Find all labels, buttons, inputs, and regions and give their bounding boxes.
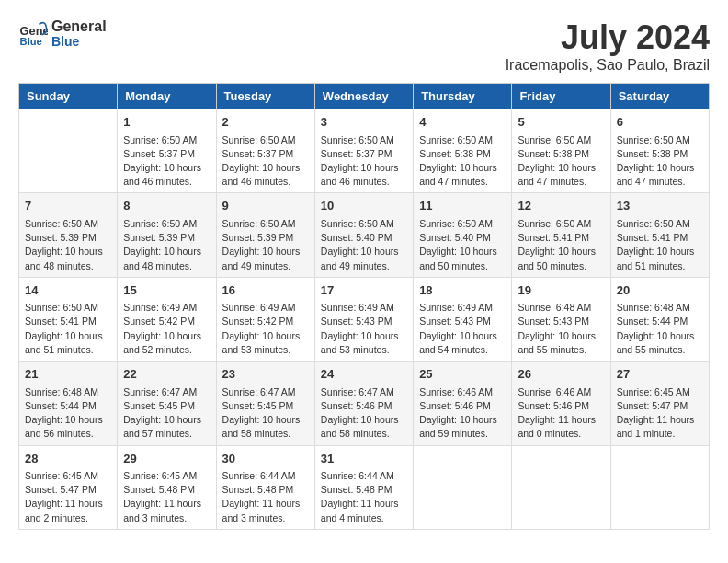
calendar-cell: 16Sunrise: 6:49 AM Sunset: 5:42 PM Dayli… <box>216 277 314 361</box>
day-number: 31 <box>321 450 407 468</box>
day-info: Sunrise: 6:49 AM Sunset: 5:42 PM Dayligh… <box>222 301 309 357</box>
day-info: Sunrise: 6:44 AM Sunset: 5:48 PM Dayligh… <box>222 469 309 525</box>
day-info: Sunrise: 6:49 AM Sunset: 5:43 PM Dayligh… <box>321 301 407 357</box>
calendar-week-row: 7Sunrise: 6:50 AM Sunset: 5:39 PM Daylig… <box>19 193 710 277</box>
calendar-cell <box>610 445 709 529</box>
column-header-tuesday: Tuesday <box>216 84 314 109</box>
logo-blue: Blue <box>51 35 107 49</box>
logo-icon: General Blue <box>18 18 48 48</box>
calendar-week-row: 1Sunrise: 6:50 AM Sunset: 5:37 PM Daylig… <box>19 109 710 193</box>
calendar-table: SundayMondayTuesdayWednesdayThursdayFrid… <box>18 83 710 530</box>
day-number: 16 <box>222 282 309 300</box>
calendar-cell: 13Sunrise: 6:50 AM Sunset: 5:41 PM Dayli… <box>610 193 709 277</box>
day-number: 29 <box>123 450 210 468</box>
day-number: 17 <box>321 282 407 300</box>
day-info: Sunrise: 6:47 AM Sunset: 5:46 PM Dayligh… <box>321 385 407 442</box>
day-info: Sunrise: 6:50 AM Sunset: 5:38 PM Dayligh… <box>617 133 703 190</box>
day-number: 10 <box>321 197 407 215</box>
calendar-week-row: 14Sunrise: 6:50 AM Sunset: 5:41 PM Dayli… <box>19 277 710 361</box>
day-info: Sunrise: 6:48 AM Sunset: 5:43 PM Dayligh… <box>518 301 604 357</box>
logo: General Blue General Blue <box>18 18 107 49</box>
day-info: Sunrise: 6:50 AM Sunset: 5:41 PM Dayligh… <box>518 217 604 273</box>
day-number: 13 <box>617 197 703 215</box>
calendar-cell: 29Sunrise: 6:45 AM Sunset: 5:48 PM Dayli… <box>118 445 216 529</box>
calendar-cell: 20Sunrise: 6:48 AM Sunset: 5:44 PM Dayli… <box>610 277 709 361</box>
calendar-cell: 24Sunrise: 6:47 AM Sunset: 5:46 PM Dayli… <box>314 362 413 445</box>
calendar-cell: 28Sunrise: 6:45 AM Sunset: 5:47 PM Dayli… <box>19 445 118 529</box>
day-info: Sunrise: 6:50 AM Sunset: 5:40 PM Dayligh… <box>321 217 407 273</box>
day-info: Sunrise: 6:49 AM Sunset: 5:42 PM Dayligh… <box>123 301 210 357</box>
calendar-cell: 1Sunrise: 6:50 AM Sunset: 5:37 PM Daylig… <box>118 109 216 193</box>
calendar-cell: 31Sunrise: 6:44 AM Sunset: 5:48 PM Dayli… <box>314 445 413 529</box>
calendar-cell: 9Sunrise: 6:50 AM Sunset: 5:39 PM Daylig… <box>216 193 314 277</box>
column-header-saturday: Saturday <box>610 84 709 109</box>
day-number: 22 <box>123 365 210 384</box>
day-info: Sunrise: 6:50 AM Sunset: 5:38 PM Dayligh… <box>419 133 506 190</box>
calendar-cell <box>19 109 118 193</box>
column-header-thursday: Thursday <box>414 84 512 109</box>
day-number: 18 <box>419 282 506 300</box>
day-number: 15 <box>123 282 210 300</box>
calendar-cell: 15Sunrise: 6:49 AM Sunset: 5:42 PM Dayli… <box>118 277 216 361</box>
day-number: 4 <box>419 113 506 132</box>
calendar-cell: 17Sunrise: 6:49 AM Sunset: 5:43 PM Dayli… <box>314 277 413 361</box>
column-header-monday: Monday <box>118 84 216 109</box>
day-info: Sunrise: 6:47 AM Sunset: 5:45 PM Dayligh… <box>222 385 309 442</box>
calendar-cell: 4Sunrise: 6:50 AM Sunset: 5:38 PM Daylig… <box>414 109 512 193</box>
day-info: Sunrise: 6:50 AM Sunset: 5:38 PM Dayligh… <box>518 133 604 190</box>
column-header-wednesday: Wednesday <box>314 84 413 109</box>
day-number: 2 <box>222 113 309 132</box>
day-info: Sunrise: 6:50 AM Sunset: 5:40 PM Dayligh… <box>419 217 506 273</box>
day-number: 21 <box>25 365 111 384</box>
day-info: Sunrise: 6:48 AM Sunset: 5:44 PM Dayligh… <box>617 301 703 357</box>
calendar-cell: 25Sunrise: 6:46 AM Sunset: 5:46 PM Dayli… <box>414 362 512 445</box>
day-number: 11 <box>419 197 506 215</box>
day-number: 20 <box>617 282 703 300</box>
day-number: 9 <box>222 197 309 215</box>
calendar-cell: 23Sunrise: 6:47 AM Sunset: 5:45 PM Dayli… <box>216 362 314 445</box>
day-info: Sunrise: 6:47 AM Sunset: 5:45 PM Dayligh… <box>123 385 210 442</box>
calendar-cell: 26Sunrise: 6:46 AM Sunset: 5:46 PM Dayli… <box>512 362 610 445</box>
day-info: Sunrise: 6:50 AM Sunset: 5:39 PM Dayligh… <box>25 217 111 273</box>
calendar-cell: 3Sunrise: 6:50 AM Sunset: 5:37 PM Daylig… <box>314 109 413 193</box>
day-info: Sunrise: 6:45 AM Sunset: 5:47 PM Dayligh… <box>617 385 703 442</box>
day-number: 14 <box>25 282 111 300</box>
calendar-cell: 22Sunrise: 6:47 AM Sunset: 5:45 PM Dayli… <box>118 362 216 445</box>
calendar-cell: 27Sunrise: 6:45 AM Sunset: 5:47 PM Dayli… <box>610 362 709 445</box>
calendar-week-row: 28Sunrise: 6:45 AM Sunset: 5:47 PM Dayli… <box>19 445 710 529</box>
calendar-header-row: SundayMondayTuesdayWednesdayThursdayFrid… <box>19 84 710 109</box>
day-info: Sunrise: 6:46 AM Sunset: 5:46 PM Dayligh… <box>518 385 604 442</box>
calendar-cell: 18Sunrise: 6:49 AM Sunset: 5:43 PM Dayli… <box>414 277 512 361</box>
day-info: Sunrise: 6:50 AM Sunset: 5:41 PM Dayligh… <box>25 301 111 357</box>
calendar-cell: 30Sunrise: 6:44 AM Sunset: 5:48 PM Dayli… <box>216 445 314 529</box>
calendar-cell <box>512 445 610 529</box>
calendar-cell <box>414 445 512 529</box>
calendar-cell: 6Sunrise: 6:50 AM Sunset: 5:38 PM Daylig… <box>610 109 709 193</box>
day-info: Sunrise: 6:50 AM Sunset: 5:41 PM Dayligh… <box>617 217 703 273</box>
day-info: Sunrise: 6:46 AM Sunset: 5:46 PM Dayligh… <box>419 385 506 442</box>
day-info: Sunrise: 6:45 AM Sunset: 5:47 PM Dayligh… <box>25 469 111 525</box>
title-block: July 2024 Iracemapolis, Sao Paulo, Brazi… <box>506 18 710 74</box>
day-number: 30 <box>222 450 309 468</box>
day-info: Sunrise: 6:50 AM Sunset: 5:39 PM Dayligh… <box>123 217 210 273</box>
column-header-sunday: Sunday <box>19 84 118 109</box>
calendar-cell: 7Sunrise: 6:50 AM Sunset: 5:39 PM Daylig… <box>19 193 118 277</box>
location-subtitle: Iracemapolis, Sao Paulo, Brazil <box>506 57 710 74</box>
calendar-cell: 11Sunrise: 6:50 AM Sunset: 5:40 PM Dayli… <box>414 193 512 277</box>
calendar-cell: 8Sunrise: 6:50 AM Sunset: 5:39 PM Daylig… <box>118 193 216 277</box>
day-info: Sunrise: 6:45 AM Sunset: 5:48 PM Dayligh… <box>123 469 210 525</box>
day-info: Sunrise: 6:50 AM Sunset: 5:37 PM Dayligh… <box>222 133 309 190</box>
calendar-cell: 19Sunrise: 6:48 AM Sunset: 5:43 PM Dayli… <box>512 277 610 361</box>
month-year-title: July 2024 <box>506 18 710 57</box>
calendar-cell: 12Sunrise: 6:50 AM Sunset: 5:41 PM Dayli… <box>512 193 610 277</box>
day-number: 27 <box>617 365 703 384</box>
column-header-friday: Friday <box>512 84 610 109</box>
day-number: 12 <box>518 197 604 215</box>
day-number: 5 <box>518 113 604 132</box>
day-info: Sunrise: 6:44 AM Sunset: 5:48 PM Dayligh… <box>321 469 407 525</box>
page-header: General Blue General Blue July 2024 Irac… <box>18 18 710 74</box>
day-info: Sunrise: 6:48 AM Sunset: 5:44 PM Dayligh… <box>25 385 111 442</box>
calendar-cell: 2Sunrise: 6:50 AM Sunset: 5:37 PM Daylig… <box>216 109 314 193</box>
day-number: 25 <box>419 365 506 384</box>
svg-text:Blue: Blue <box>20 36 42 47</box>
